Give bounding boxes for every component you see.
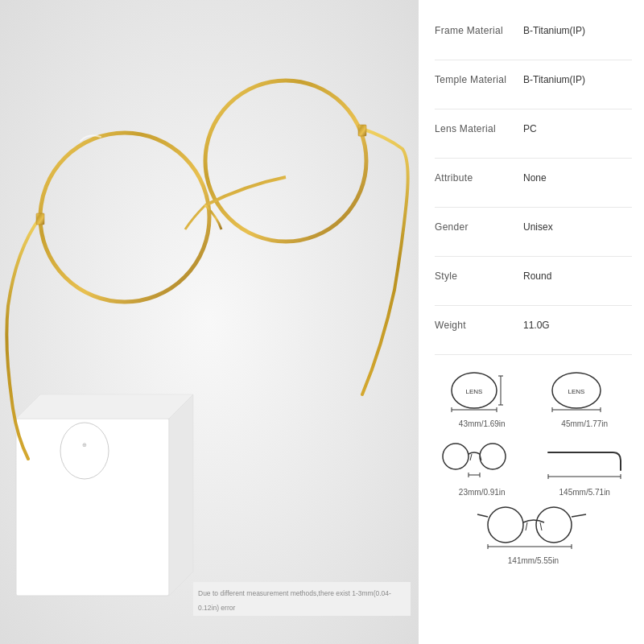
spec-row-gender: Gender Unisex xyxy=(435,221,632,243)
glasses-illustration: ⊕ xyxy=(0,0,419,644)
svg-marker-2 xyxy=(16,394,193,419)
svg-text:⊕: ⊕ xyxy=(82,442,87,448)
svg-line-35 xyxy=(477,514,488,517)
spec-value-weight: 11.0G xyxy=(523,319,632,332)
svg-line-37 xyxy=(526,522,527,530)
svg-rect-1 xyxy=(16,419,169,596)
svg-rect-8 xyxy=(358,125,366,136)
spec-value-gender: Unisex xyxy=(523,221,632,234)
spec-row-lens-material: Lens Material PC xyxy=(435,122,632,145)
spec-label-style: Style xyxy=(435,270,523,283)
spec-row-attribute: Attribute None xyxy=(435,171,632,194)
diagram-label-temple: 145mm/5.71in xyxy=(559,488,610,497)
diagram-lens-front: LENS 43mm/1.69in xyxy=(435,368,530,428)
svg-point-23 xyxy=(443,444,469,469)
spec-row-temple-material: Temple Material B-Titanium(IP) xyxy=(435,73,632,96)
spec-label-lens-material: Lens Material xyxy=(435,122,523,136)
diagram-label-lens-front: 43mm/1.69in xyxy=(459,419,506,428)
spec-label-attribute: Attribute xyxy=(435,171,523,185)
svg-rect-9 xyxy=(36,213,44,225)
diagram-temple: 145mm/5.71in xyxy=(538,436,633,497)
diagrams-grid: LENS 43mm/1.69in LENS xyxy=(435,368,632,565)
spec-label-gender: Gender xyxy=(435,221,523,234)
svg-text:LENS: LENS xyxy=(568,388,585,395)
svg-point-34 xyxy=(536,507,572,543)
svg-point-33 xyxy=(488,507,523,543)
diagram-bridge: 23mm/0.91in xyxy=(435,436,530,497)
svg-marker-3 xyxy=(169,394,193,596)
diagram-lens-side: LENS 45mm/1.77in xyxy=(538,368,633,428)
diagram-full-frame: 141mm/5.55in xyxy=(435,505,632,565)
svg-line-38 xyxy=(540,522,542,530)
spec-value-lens-material: PC xyxy=(523,122,632,136)
spec-value-temple-material: B-Titanium(IP) xyxy=(523,73,632,87)
specs-list: Frame Material B-Titanium(IP) Temple Mat… xyxy=(435,24,632,355)
svg-line-25 xyxy=(470,454,472,460)
main-container: ⊕ MODEL:9120 xyxy=(0,0,644,644)
svg-line-36 xyxy=(572,514,586,517)
spec-label-weight: Weight xyxy=(435,319,523,332)
diagram-label-full-frame: 141mm/5.55in xyxy=(508,556,559,565)
spec-value-style: Round xyxy=(523,270,632,283)
spec-row-style: Style Round xyxy=(435,270,632,292)
error-note: Due to different measurement methods,the… xyxy=(193,582,411,616)
spec-row-frame-material: Frame Material B-Titanium(IP) xyxy=(435,24,632,47)
product-image-area: ⊕ MODEL:9120 xyxy=(0,0,419,644)
spec-label-temple-material: Temple Material xyxy=(435,73,523,87)
spec-value-frame-material: B-Titanium(IP) xyxy=(523,24,632,38)
spec-row-weight: Weight 11.0G xyxy=(435,319,632,341)
diagram-label-lens-side: 45mm/1.77in xyxy=(561,419,608,428)
svg-point-24 xyxy=(480,444,506,469)
spec-value-attribute: None xyxy=(523,171,632,185)
svg-text:LENS: LENS xyxy=(465,388,482,395)
spec-label-frame-material: Frame Material xyxy=(435,24,523,38)
specs-panel: Frame Material B-Titanium(IP) Temple Mat… xyxy=(419,0,644,644)
diagram-label-bridge: 23mm/0.91in xyxy=(459,488,506,497)
